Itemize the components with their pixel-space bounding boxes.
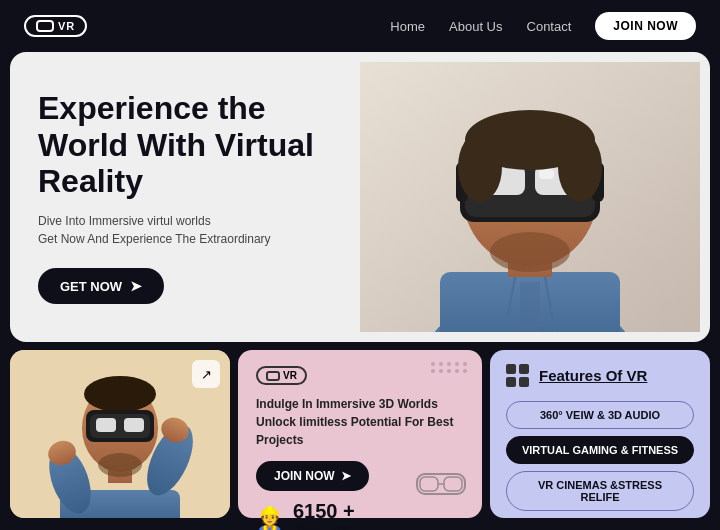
svg-rect-20: [520, 282, 540, 332]
hero-subtitle: Dive Into Immersive virtul worlds Get No…: [38, 212, 314, 248]
feature-360-button[interactable]: 360° VEIW & 3D AUDIO: [506, 401, 694, 429]
feature-gaming-button[interactable]: VIRTUAL GAMING & FITNESS: [506, 436, 694, 464]
dot: [447, 369, 451, 373]
nav-links: Home About Us Contact JOIN NOW: [390, 12, 696, 40]
card-logo-icon: VR: [256, 366, 307, 385]
dot: [455, 369, 459, 373]
svg-point-35: [98, 453, 142, 477]
svg-rect-33: [96, 418, 116, 432]
hero-section: Experience the World With Virtual Realit…: [10, 52, 710, 342]
apps-icon-dot: [519, 364, 529, 374]
dot: [439, 369, 443, 373]
logo: VR: [24, 15, 87, 37]
svg-point-5: [490, 232, 570, 272]
arrow-icon: ➤: [341, 469, 351, 483]
cards-section: ↗ VR Indulge In Immersive 3D Worlds Unlo…: [10, 350, 710, 518]
svg-point-30: [84, 376, 156, 412]
apps-icon-dot: [506, 364, 516, 374]
card-pink: VR Indulge In Immersive 3D Worlds Unlock…: [238, 350, 482, 518]
dot: [463, 362, 467, 366]
user-icon: 👷: [256, 506, 283, 531]
stat-label: New User: [293, 521, 355, 530]
card-description: Indulge In Immersive 3D Worlds Unlock li…: [256, 395, 464, 449]
arrow-icon: ➤: [130, 278, 142, 294]
vr-glasses-icon: [416, 469, 466, 506]
dot: [439, 362, 443, 366]
features-header: Features Of VR: [506, 364, 694, 387]
svg-rect-34: [124, 418, 144, 432]
svg-rect-37: [420, 477, 438, 491]
dot: [431, 369, 435, 373]
feature-cinema-button[interactable]: VR CINEMAS &STRESS RELIFE: [506, 471, 694, 511]
card-features: Features Of VR 360° VEIW & 3D AUDIO VIRT…: [490, 350, 710, 518]
hero-vr-illustration: [360, 62, 700, 332]
hero-content: Experience the World With Virtual Realit…: [10, 60, 342, 334]
get-now-button[interactable]: GET NOW ➤: [38, 268, 164, 304]
apps-icon-dot: [506, 377, 516, 387]
nav-about[interactable]: About Us: [449, 19, 502, 34]
share-icon[interactable]: ↗: [192, 360, 220, 388]
svg-rect-14: [539, 169, 554, 179]
stat-text: 6150 + New User: [293, 501, 355, 530]
nav-join-button[interactable]: JOIN NOW: [595, 12, 696, 40]
svg-rect-38: [444, 477, 462, 491]
features-title: Features Of VR: [539, 367, 647, 384]
dot: [455, 362, 459, 366]
stat-number: 6150 +: [293, 501, 355, 521]
card-person: ↗: [10, 350, 230, 518]
svg-point-16: [458, 132, 502, 202]
apps-icon: [506, 364, 529, 387]
nav-home[interactable]: Home: [390, 19, 425, 34]
dot: [447, 362, 451, 366]
apps-icon-dot: [519, 377, 529, 387]
hero-image-area: [360, 62, 700, 332]
logo-text: VR: [58, 20, 75, 32]
dot: [463, 369, 467, 373]
navbar: VR Home About Us Contact JOIN NOW: [0, 0, 720, 52]
svg-point-17: [558, 132, 602, 202]
dots-pattern: [431, 362, 468, 373]
hero-title: Experience the World With Virtual Realit…: [38, 90, 314, 200]
nav-contact[interactable]: Contact: [527, 19, 572, 34]
logo-icon: VR: [24, 15, 87, 37]
dot: [431, 362, 435, 366]
join-now-button[interactable]: JOIN NOW ➤: [256, 461, 369, 491]
